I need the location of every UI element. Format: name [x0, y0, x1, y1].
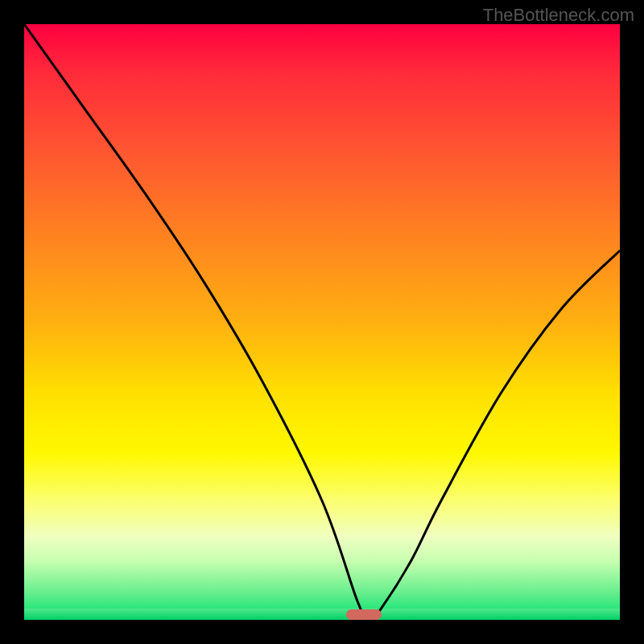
- watermark-text: TheBottleneck.com: [483, 5, 634, 26]
- curve-path: [24, 24, 620, 620]
- bottleneck-curve: [24, 24, 620, 620]
- minimum-marker: [346, 609, 382, 620]
- chart-frame: TheBottleneck.com: [0, 0, 644, 644]
- plot-area: [24, 24, 620, 620]
